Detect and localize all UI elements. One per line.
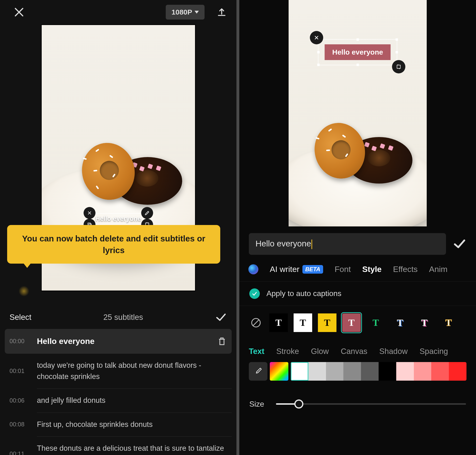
video-preview[interactable]: Hello everyone [289, 0, 427, 227]
subtitle-text: Hello everyone [37, 335, 210, 347]
resolution-value: 1080P [171, 8, 192, 16]
apply-checkbox[interactable] [249, 288, 260, 299]
color-swatch[interactable] [414, 362, 431, 381]
color-swatch[interactable] [396, 362, 414, 381]
style-preset[interactable]: T [391, 313, 409, 332]
caption-edit-handle[interactable] [141, 207, 153, 219]
subtitle-text: and jelly filled donuts [37, 395, 227, 406]
style-preset[interactable]: T [439, 313, 458, 332]
color-swatch[interactable] [291, 362, 308, 381]
eyedropper-button[interactable] [249, 362, 267, 381]
custom-color-button[interactable] [270, 362, 288, 381]
subtitle-count-label: 25 subtitles [32, 313, 215, 322]
style-presets-row: T T T T T T T T [239, 306, 476, 340]
subtab-text[interactable]: Text [249, 347, 264, 356]
preview-area: Hello everyone [239, 0, 476, 229]
style-preset[interactable]: T [415, 313, 434, 332]
subtitle-time: 00:06 [9, 397, 30, 404]
subtab-canvas[interactable]: Canvas [341, 347, 367, 356]
color-swatch[interactable] [379, 362, 396, 381]
subtitle-row[interactable]: 00:06 and jelly filled donuts [5, 389, 232, 413]
size-slider[interactable] [276, 403, 466, 405]
export-button[interactable] [216, 7, 227, 17]
subtitle-header: Select 25 subtitles [0, 306, 237, 329]
panel-divider [237, 0, 239, 455]
subtitle-row[interactable]: 00:11 These donuts are a delicious treat… [5, 437, 232, 455]
caption-text-input[interactable]: Hello everyone [249, 233, 446, 255]
subtitle-time: 00:00 [9, 338, 30, 345]
subtitles-panel: 1080P [0, 0, 237, 455]
text-cursor [311, 240, 312, 249]
caption-delete-handle[interactable] [310, 31, 323, 44]
subtitle-time: 00:11 [9, 450, 30, 455]
tooltip-highlight [19, 286, 29, 296]
confirm-button[interactable] [215, 311, 227, 323]
subtitle-list[interactable]: 00:00 Hello everyone 00:01 today we're g… [0, 329, 237, 455]
tabs-row: AI writer BETA Font Style Effects Anim [239, 259, 476, 282]
color-swatch[interactable] [308, 362, 326, 381]
tab-font[interactable]: Font [334, 265, 351, 274]
color-swatch[interactable] [431, 362, 449, 381]
color-swatch[interactable] [361, 362, 379, 381]
size-label: Size [249, 400, 264, 408]
caption-text: Hello everyone [95, 215, 141, 222]
slider-thumb[interactable] [294, 399, 303, 408]
color-swatches [291, 362, 467, 381]
caption-delete-handle[interactable] [83, 207, 95, 219]
ai-writer-label: AI writer [270, 265, 300, 274]
subtitle-text: First up, chocolate sprinkles donuts [37, 419, 227, 430]
tooltip-text: You can now batch delete and edit subtit… [22, 234, 205, 255]
size-slider-row: Size [239, 388, 476, 421]
ai-orb-icon [248, 264, 258, 274]
subtab-shadow[interactable]: Shadow [379, 347, 408, 356]
beta-badge: BETA [302, 265, 323, 274]
close-button[interactable] [13, 6, 25, 18]
subtitle-time: 00:08 [9, 421, 30, 428]
caption-text: Hello everyone [325, 44, 390, 60]
caption-overlay[interactable]: Hello everyone [89, 213, 147, 225]
subtitle-row[interactable]: 00:00 Hello everyone [5, 329, 232, 354]
style-preset[interactable]: T [269, 313, 288, 332]
subtab-stroke[interactable]: Stroke [276, 347, 299, 356]
style-panel: Hello everyone Hello everyone AI writer [239, 0, 476, 455]
subtitle-text: today we're going to talk about new donu… [37, 360, 227, 382]
text-input-row: Hello everyone [239, 229, 476, 259]
color-swatch[interactable] [343, 362, 361, 381]
delete-subtitle-button[interactable] [217, 336, 227, 346]
apply-to-captions-row: Apply to auto captions [239, 282, 476, 306]
color-swatch[interactable] [326, 362, 344, 381]
subtitle-time: 00:01 [9, 367, 30, 374]
caption-overlay[interactable]: Hello everyone [318, 39, 397, 65]
topbar: 1080P [0, 0, 237, 22]
input-value: Hello everyone [255, 239, 311, 248]
subtitle-text: These donuts are a delicious treat that … [37, 443, 227, 455]
color-swatch[interactable] [449, 362, 467, 381]
style-preset[interactable]: T [294, 313, 312, 332]
style-subtabs: Text Stroke Glow Canvas Shadow Spacing [239, 340, 476, 362]
subtitle-row[interactable]: 00:01 today we're going to talk about ne… [5, 354, 232, 389]
subtab-glow[interactable]: Glow [311, 347, 329, 356]
style-preset[interactable]: T [366, 313, 385, 332]
subtitle-row[interactable]: 00:08 First up, chocolate sprinkles donu… [5, 413, 232, 437]
select-button[interactable]: Select [9, 313, 32, 322]
accept-button[interactable] [453, 237, 467, 251]
tab-style[interactable]: Style [362, 265, 381, 274]
subtab-spacing[interactable]: Spacing [420, 347, 448, 356]
feature-tooltip: You can now batch delete and edit subtit… [7, 225, 220, 264]
ai-writer-button[interactable]: AI writer BETA [270, 265, 323, 274]
color-picker-row [239, 362, 476, 388]
style-preset[interactable]: T [318, 313, 336, 332]
preview-image [289, 0, 427, 227]
chevron-down-icon [195, 11, 199, 14]
resolution-dropdown[interactable]: 1080P [166, 5, 205, 20]
tab-animation[interactable]: Anim [429, 265, 447, 274]
style-preset[interactable]: T [342, 313, 361, 332]
apply-label: Apply to auto captions [266, 289, 341, 298]
svg-rect-3 [397, 65, 401, 68]
tab-effects[interactable]: Effects [393, 265, 418, 274]
preset-none[interactable] [248, 315, 264, 330]
